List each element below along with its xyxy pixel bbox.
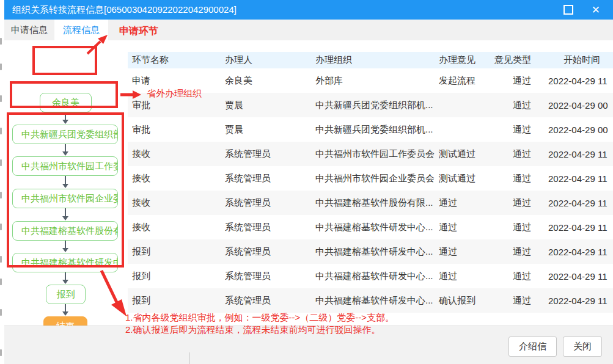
table-cell: 2022-04-29 11 xyxy=(548,198,613,208)
table-body: 申请余良美外部库发起流程通过2022-04-29 11审批贾晨中共新疆兵团党委组… xyxy=(128,68,613,313)
introduction-letter-button[interactable]: 介绍信 xyxy=(508,337,557,357)
table-cell: 通过 xyxy=(491,100,531,111)
tab-application-info[interactable]: 申请信息 xyxy=(4,20,54,40)
background-edge-fragment xyxy=(0,278,2,285)
table-cell: 发起流程 xyxy=(439,75,491,87)
table-cell: 2022-04-29 11 xyxy=(548,173,613,184)
background-edge-fragment xyxy=(0,192,2,198)
table-cell: 通过 xyxy=(491,295,531,307)
flow-connector-arrow-icon xyxy=(62,280,68,284)
header-cell: 环节名称 xyxy=(132,54,225,66)
table-cell: 通过 xyxy=(491,173,531,184)
table-row[interactable]: 报到系统管理员中共福建榕基软件研发中心...通过通过2022-04-29 11 xyxy=(128,264,613,288)
background-edge-fragment xyxy=(0,309,2,316)
flow-node-org: 中共福建榕基软件股份有限公司 xyxy=(12,221,118,241)
note-line-1: 1.省内各级党组织审批，例如：一级党委-->（二级）党委-->支部。 xyxy=(125,312,394,324)
table-cell: 中共新疆兵团党委组织部机... xyxy=(315,124,439,136)
header-cell: 办理人 xyxy=(225,54,315,66)
flow-connector-arrow-icon xyxy=(62,311,68,316)
table-cell: 系统管理员 xyxy=(225,271,315,282)
table-cell: 中共新疆兵团党委组织部机... xyxy=(315,100,439,111)
table-row[interactable]: 报到系统管理员中共福建榕基软件研发中心...通过通过2022-04-29 11 xyxy=(128,239,613,264)
table-cell: 系统管理员 xyxy=(225,197,315,209)
tab-bar: 申请信息 流程信息 xyxy=(4,20,613,41)
table-cell: 2022-04-29 11 xyxy=(548,149,613,159)
table-cell: 通过 xyxy=(491,271,531,282)
screen: 组织关系转接流程信息[0650030420922022042900024] ✕ … xyxy=(0,0,613,364)
table-row[interactable]: 接收系统管理员中共福州市软件园企业委员会测试通过通过2022-04-29 11 xyxy=(128,166,613,191)
table-cell: 通过 xyxy=(491,222,531,233)
flow-node-org: 中共福州市软件园工作委员会 xyxy=(12,156,118,176)
flow-connector-line xyxy=(65,208,66,217)
table-cell: 2022-04-29 11 xyxy=(548,296,613,306)
table-header-row: 环节名称办理人办理组织办理意见意见类型开始时间 xyxy=(128,52,613,68)
background-edge-fragment xyxy=(0,224,2,230)
table-cell: 2022-04-29 00 xyxy=(548,125,613,135)
close-icon[interactable]: ✕ xyxy=(592,5,600,15)
background-edge-fragment xyxy=(0,159,2,166)
close-button[interactable]: 关闭 xyxy=(563,337,602,357)
table-row[interactable]: 接收系统管理员中共福建榕基软件股份有限...通过通过2022-04-29 11 xyxy=(128,191,613,215)
table-cell: 通过 xyxy=(491,246,531,258)
table-row[interactable]: 接收系统管理员中共福建榕基软件研发中心...通过通过2022-04-29 11 xyxy=(128,215,613,239)
window-controls: ✕ xyxy=(563,5,600,15)
table-cell: 2022-04-29 11 xyxy=(548,76,613,86)
flow-connector-arrow-icon xyxy=(62,248,68,252)
table-cell: 通过 xyxy=(491,197,531,209)
table-cell: 系统管理员 xyxy=(225,173,315,184)
background-edge-fragment xyxy=(0,64,2,70)
table-cell: 2022-04-29 00 xyxy=(548,100,613,111)
table-cell: 中共福建榕基软件研发中心... xyxy=(315,246,439,258)
maximize-icon[interactable] xyxy=(563,5,573,15)
flow-connector-arrow-icon xyxy=(62,184,68,188)
apply-step-annotation: 申请环节 xyxy=(119,25,158,38)
table-cell: 中共福州市软件园工作委员会 xyxy=(315,148,439,160)
flow-node-org: 中共新疆兵团党委组织部 xyxy=(12,125,118,144)
flow-connector-arrow-icon xyxy=(62,151,68,156)
table-cell: 申请 xyxy=(132,75,225,87)
background-edge-fragment xyxy=(0,95,2,102)
flow-connector-arrow-icon xyxy=(62,216,68,220)
panel-divider xyxy=(189,352,190,364)
window-title: 组织关系转接流程信息[0650030420922022042900024] xyxy=(12,4,237,16)
table-cell: 余良美 xyxy=(225,75,315,87)
table-cell: 通过 xyxy=(439,271,491,282)
table-cell: 系统管理员 xyxy=(225,222,315,233)
table-cell: 中共福建榕基软件研发中心... xyxy=(315,295,439,307)
table-cell: 中共福建榕基软件研发中心... xyxy=(315,271,439,282)
process-table: 环节名称办理人办理组织办理意见意见类型开始时间 申请余良美外部库发起流程通过20… xyxy=(128,40,613,326)
flow-connector-line xyxy=(65,176,66,184)
note-line-2: 2.确认报道后即为流程结束，流程未结束前均可进行驳回操作。 xyxy=(125,324,381,336)
table-cell: 贾晨 xyxy=(225,124,315,136)
background-edge-fragment xyxy=(0,128,2,134)
table-cell: 报到 xyxy=(132,295,225,307)
table-cell: 通过 xyxy=(491,75,531,87)
flow-node-step: 报到 xyxy=(46,285,86,304)
table-cell: 系统管理员 xyxy=(225,148,315,160)
table-cell: 系统管理员 xyxy=(225,295,315,307)
background-edge-fragment xyxy=(0,38,2,45)
table-cell: 确认报到 xyxy=(439,295,491,307)
header-cell: 开始时间 xyxy=(548,54,600,66)
background-edge-fragment xyxy=(0,256,2,263)
table-cell: 审批 xyxy=(132,100,225,111)
outer-org-annotation: 省外办理组织 xyxy=(147,88,202,100)
table-row[interactable]: 报到系统管理员中共福建榕基软件研发中心...确认报到通过2022-04-29 1… xyxy=(128,288,613,313)
table-cell: 中共福建榕基软件股份有限... xyxy=(315,197,439,209)
table-cell: 接收 xyxy=(132,222,225,233)
table-cell: 测试通过 xyxy=(439,173,491,184)
table-cell: 接收 xyxy=(132,148,225,160)
table-cell: 2022-04-29 11 xyxy=(548,271,613,282)
header-cell: 办理意见 xyxy=(439,54,491,66)
flow-connector-arrow-icon xyxy=(62,120,68,124)
table-cell: 报到 xyxy=(132,246,225,258)
tab-process-info[interactable]: 流程信息 xyxy=(54,20,108,40)
header-cell: 办理组织 xyxy=(315,54,439,66)
table-cell: 贾晨 xyxy=(225,100,315,111)
table-cell: 测试通过 xyxy=(439,148,491,160)
table-cell: 报到 xyxy=(132,271,225,282)
table-row[interactable]: 接收系统管理员中共福州市软件园工作委员会测试通过通过2022-04-29 11 xyxy=(128,142,613,166)
table-row[interactable]: 审批贾晨中共新疆兵团党委组织部机...通过2022-04-29 00 xyxy=(128,117,613,142)
table-cell: 接收 xyxy=(132,173,225,184)
background-page-edge xyxy=(0,0,4,364)
